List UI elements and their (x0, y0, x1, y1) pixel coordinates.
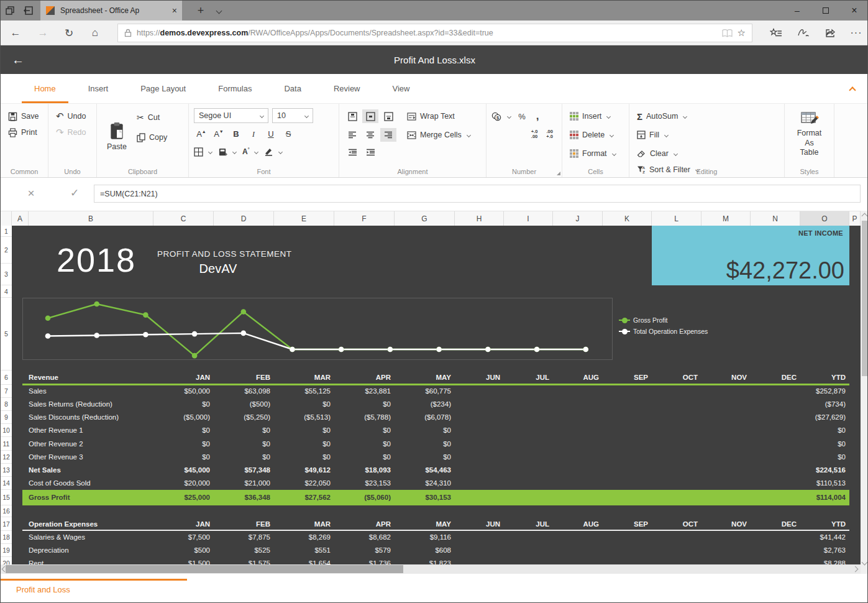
cell[interactable] (701, 544, 751, 557)
row-header-2[interactable]: 2 (1, 237, 12, 264)
cell[interactable] (652, 464, 701, 477)
cell[interactable]: ($234) (395, 398, 455, 411)
cell[interactable] (751, 411, 800, 424)
table-section-header-row[interactable]: RevenueJANFEBMARAPRMAYJUNJULAUGSEPOCTNOV… (29, 371, 849, 385)
window-maximize-button[interactable] (811, 1, 840, 21)
print-button[interactable]: Print (6, 124, 43, 140)
forward-icon[interactable]: → (32, 21, 54, 45)
autosum-button[interactable]: ΣAutoSum (634, 108, 714, 124)
cell[interactable] (504, 464, 553, 477)
cell[interactable] (751, 437, 800, 451)
cell[interactable] (652, 437, 701, 451)
cell[interactable]: $8,288 (800, 557, 849, 564)
align-bottom-icon[interactable] (380, 109, 396, 123)
cell[interactable] (504, 411, 553, 424)
cell[interactable]: DEC (751, 371, 800, 385)
cell[interactable] (455, 411, 504, 424)
cell[interactable]: $45,000 (153, 464, 214, 477)
cell[interactable]: ($5,250) (214, 411, 274, 424)
cell[interactable]: JAN (153, 517, 214, 531)
save-button[interactable]: Save (6, 108, 43, 124)
cell[interactable] (553, 437, 603, 451)
cell[interactable]: $525 (214, 544, 274, 557)
cell[interactable]: $23,881 (334, 385, 395, 398)
cell[interactable]: $0 (395, 437, 455, 451)
cell[interactable] (553, 490, 603, 505)
cell[interactable]: YTD (800, 371, 849, 385)
row-label[interactable]: Sales Returns (Reduction) (29, 398, 153, 411)
cell[interactable] (652, 424, 701, 437)
cell[interactable]: $0 (153, 437, 214, 451)
cell[interactable] (553, 531, 603, 544)
cell[interactable]: $7,875 (214, 531, 274, 544)
horizontal-scroll-thumb[interactable] (6, 565, 403, 573)
cell[interactable]: $1,500 (153, 557, 214, 564)
cell[interactable]: MAY (395, 371, 455, 385)
cell[interactable] (603, 424, 652, 437)
cell[interactable]: $0 (153, 424, 214, 437)
table-row[interactable]: Depreciation$500$525$551$579$608$2,763 (29, 544, 849, 557)
strikethrough-icon[interactable]: S (281, 127, 296, 141)
cell[interactable]: $2,763 (800, 544, 849, 557)
cell[interactable]: $1,575 (214, 557, 274, 564)
cell[interactable]: $252,879 (800, 385, 849, 398)
column-header-E[interactable]: E (274, 211, 334, 226)
cell[interactable]: $0 (800, 437, 849, 451)
align-center-icon[interactable] (362, 128, 378, 142)
cell[interactable]: ($500) (214, 398, 274, 411)
format-cells-button[interactable]: Format (567, 145, 624, 162)
cell[interactable] (504, 437, 553, 451)
cell[interactable]: JUL (504, 371, 553, 385)
cell[interactable] (553, 557, 603, 564)
decrease-font-icon[interactable]: A▼ (211, 127, 226, 141)
cell[interactable] (455, 557, 504, 564)
column-header-J[interactable]: J (553, 211, 603, 226)
cell[interactable] (504, 531, 553, 544)
cell[interactable]: $36,348 (214, 490, 274, 505)
cell[interactable]: SEP (603, 517, 652, 531)
cell[interactable]: $60,775 (395, 385, 455, 398)
row-header-16[interactable]: 16 (1, 505, 12, 517)
cell[interactable]: APR (334, 517, 395, 531)
cell[interactable] (553, 477, 603, 490)
select-all-corner[interactable] (1, 211, 12, 226)
fill-color-icon[interactable] (218, 144, 236, 160)
cell[interactable] (652, 557, 701, 564)
copy-button[interactable]: Copy (134, 129, 170, 145)
row-label[interactable]: Cost of Goods Sold (29, 477, 153, 490)
row-header-5[interactable]: 5 (1, 298, 12, 371)
cell[interactable]: OCT (652, 517, 701, 531)
cell[interactable]: $7,500 (153, 531, 214, 544)
cell[interactable]: $0 (800, 424, 849, 437)
cancel-entry-icon[interactable]: × (23, 185, 39, 201)
table-row[interactable]: Other Revenue 2$0$0$0$0$0$0 (29, 437, 849, 451)
row-header-10[interactable]: 10 (1, 424, 12, 437)
table-row[interactable]: Cost of Goods Sold$20,000$21,000$22,050$… (29, 477, 849, 490)
cell[interactable]: $30,153 (395, 490, 455, 505)
cell[interactable] (751, 490, 800, 505)
cell[interactable]: JAN (153, 371, 214, 385)
cell[interactable] (701, 451, 751, 464)
cell[interactable] (652, 451, 701, 464)
scroll-down-icon[interactable] (862, 559, 868, 566)
row-label[interactable]: Depreciation (29, 544, 153, 557)
window-close-button[interactable]: × (840, 1, 868, 21)
row-header-9[interactable]: 9 (1, 411, 12, 424)
cell[interactable] (455, 490, 504, 505)
cell[interactable]: $0 (334, 398, 395, 411)
cell[interactable]: $20,000 (153, 477, 214, 490)
table-row[interactable]: Sales Discounts (Reduction)($5,000)($5,2… (29, 411, 849, 424)
cut-button[interactable]: ✂Cut (134, 109, 170, 126)
cell[interactable] (701, 437, 751, 451)
cell[interactable]: $50,000 (153, 385, 214, 398)
table-row[interactable]: Sales Returns (Reduction)$0($500)$0$0($2… (29, 398, 849, 411)
cell[interactable] (701, 557, 751, 564)
cell[interactable]: JUN (455, 517, 504, 531)
ribbon-tab-home[interactable]: Home (18, 74, 72, 103)
column-header-D[interactable]: D (214, 211, 274, 226)
row-header-7[interactable]: 7 (1, 385, 12, 398)
cell[interactable]: ($5,788) (334, 411, 395, 424)
borders-icon[interactable] (194, 144, 212, 160)
table-section-header-row[interactable]: Operation ExpensesJANFEBMARAPRMAYJUNJULA… (29, 517, 849, 531)
paste-button[interactable]: Paste (102, 108, 132, 165)
